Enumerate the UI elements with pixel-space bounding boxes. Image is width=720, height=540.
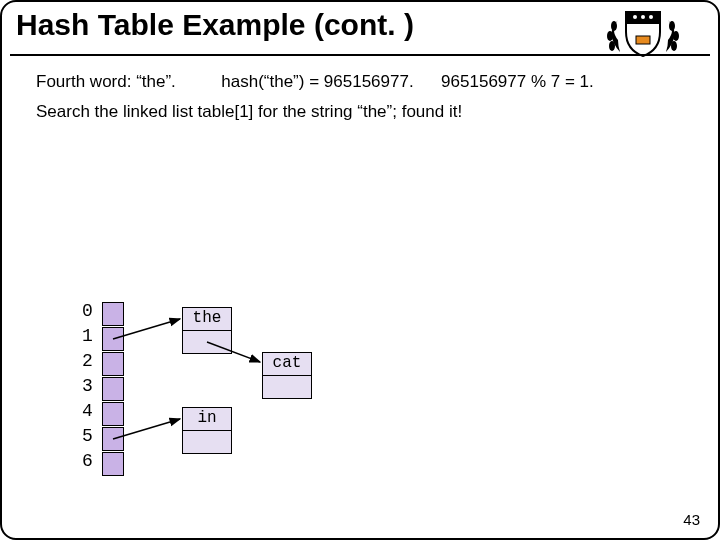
svg-point-9 xyxy=(671,41,677,51)
page-number: 43 xyxy=(683,511,700,528)
node-cat: cat xyxy=(262,352,312,399)
svg-point-1 xyxy=(633,15,637,19)
svg-rect-0 xyxy=(636,36,650,44)
node-cat-next xyxy=(263,376,311,398)
node-cat-label: cat xyxy=(263,353,311,376)
svg-point-2 xyxy=(641,15,645,19)
node-in-label: in xyxy=(183,408,231,431)
index-2: 2 xyxy=(82,349,93,374)
svg-point-8 xyxy=(673,31,679,41)
bucket-4 xyxy=(102,402,124,426)
node-in-next xyxy=(183,431,231,453)
svg-point-7 xyxy=(669,21,675,31)
bucket-5 xyxy=(102,427,124,451)
node-the: the xyxy=(182,307,232,354)
bucket-3 xyxy=(102,377,124,401)
svg-point-6 xyxy=(609,41,615,51)
index-5: 5 xyxy=(82,424,93,449)
index-3: 3 xyxy=(82,374,93,399)
index-1: 1 xyxy=(82,324,93,349)
line1-part-a: Fourth word: “the”. xyxy=(36,72,176,91)
svg-point-3 xyxy=(649,15,653,19)
bucket-2 xyxy=(102,352,124,376)
slide-frame: Hash Table Example (cont. ) Fourth word:… xyxy=(0,0,720,540)
svg-point-4 xyxy=(611,21,617,31)
title-underline xyxy=(10,54,710,56)
index-6: 6 xyxy=(82,449,93,474)
bucket-6 xyxy=(102,452,124,476)
node-in: in xyxy=(182,407,232,454)
bucket-1 xyxy=(102,327,124,351)
index-4: 4 xyxy=(82,399,93,424)
line1-part-c: 965156977 % 7 = 1. xyxy=(441,72,594,91)
line1-part-b: hash(“the”) = 965156977. xyxy=(221,72,413,91)
node-the-next xyxy=(183,331,231,353)
index-0: 0 xyxy=(82,299,93,324)
slide-title: Hash Table Example (cont. ) xyxy=(16,8,414,42)
bucket-0 xyxy=(102,302,124,326)
bucket-indices: 0 1 2 3 4 5 6 xyxy=(82,299,93,474)
node-the-label: the xyxy=(183,308,231,331)
text-line-2: Search the linked list table[1] for the … xyxy=(36,102,462,122)
text-line-1: Fourth word: “the”. hash(“the”) = 965156… xyxy=(36,72,698,92)
svg-point-5 xyxy=(607,31,613,41)
